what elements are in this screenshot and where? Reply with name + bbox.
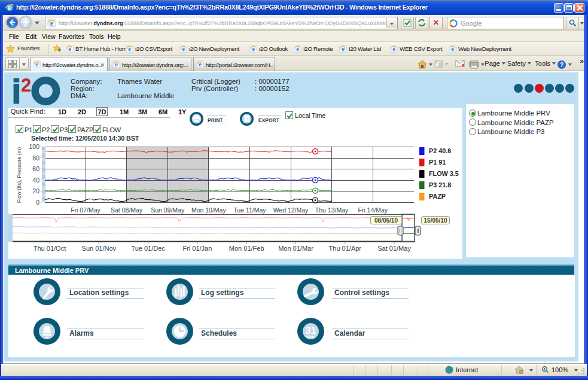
svg-text:Thu 01/Apr: Thu 01/Apr: [329, 245, 362, 252]
svg-text:Tue 01/Dec: Tue 01/Dec: [131, 245, 165, 252]
svg-text:FLOW 3.5: FLOW 3.5: [429, 170, 459, 177]
svg-text:Tue 11/May: Tue 11/May: [233, 206, 266, 214]
svg-text:Mon 10/May: Mon 10/May: [191, 206, 227, 214]
svg-text:Sat 08/May: Sat 08/May: [111, 206, 143, 214]
svg-text:31: 31: [306, 326, 316, 336]
svg-text:Wed 12/May: Wed 12/May: [273, 206, 309, 214]
svg-text:Sun 01/Nov: Sun 01/Nov: [82, 245, 117, 252]
svg-text:?: ?: [560, 61, 564, 68]
svg-text:P1 91: P1 91: [429, 159, 446, 166]
svg-text:Sun 09/May: Sun 09/May: [151, 206, 185, 214]
svg-text:Fri 01/Jan: Fri 01/Jan: [182, 245, 212, 252]
svg-text:Sat 01/May: Sat 01/May: [377, 245, 411, 252]
svg-text:Mon 01/Feb: Mon 01/Feb: [229, 245, 264, 252]
svg-text:Fri 07/May: Fri 07/May: [71, 206, 100, 214]
svg-text:SUN: SUN: [306, 335, 315, 339]
svg-text:Thu 01/Oct: Thu 01/Oct: [33, 245, 66, 252]
svg-text:P3 21.8: P3 21.8: [429, 181, 451, 189]
svg-text:100: 100: [29, 143, 39, 150]
svg-text:Mon 01/Mar: Mon 01/Mar: [278, 245, 313, 252]
svg-text:Thu 13/May: Thu 13/May: [315, 206, 349, 214]
svg-text:Fri 14/May: Fri 14/May: [358, 206, 388, 214]
svg-text:2: 2: [21, 77, 31, 96]
svg-text:P2 40.6: P2 40.6: [429, 147, 451, 154]
svg-text:Flow (l/s), Pressure (m): Flow (l/s), Pressure (m): [16, 147, 22, 203]
svg-text:PAZP: PAZP: [429, 193, 446, 200]
